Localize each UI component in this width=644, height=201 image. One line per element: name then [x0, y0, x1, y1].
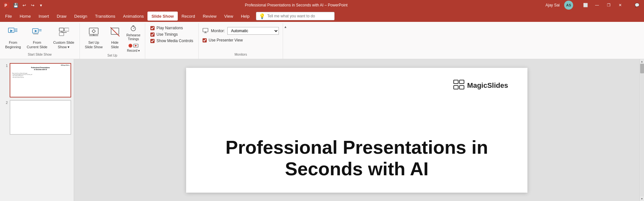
scroll-down-arrow[interactable]: ▼ [640, 196, 644, 201]
slide-canvas: MagicSlides Professional Presentations i… [186, 68, 527, 193]
from-current-icon [32, 27, 42, 39]
svg-rect-33 [203, 28, 208, 32]
ribbon-collapse[interactable]: ▲ [283, 23, 289, 59]
menu-home[interactable]: Home [16, 12, 35, 21]
menu-transitions[interactable]: Transitions [91, 12, 119, 21]
setup-slideshow-button[interactable]: Set UpSlide Show [82, 24, 105, 51]
magic-slides-icon [453, 79, 465, 92]
use-timings-label: Use Timings [156, 32, 178, 37]
menu-draw[interactable]: Draw [53, 12, 70, 21]
title-right: Ajay Sai AS ⬜ — ❐ ✕ 💬 [544, 1, 641, 10]
svg-rect-14 [59, 32, 64, 36]
monitor-label: Monitor: [211, 29, 225, 33]
from-beginning-button[interactable]: FromBeginning [3, 24, 24, 51]
show-media-controls-checkbox[interactable]: Show Media Controls [150, 39, 193, 43]
menu-file[interactable]: File [1, 12, 16, 21]
quick-access-toolbar: 💾 ↩ ↪ ▾ [12, 2, 44, 9]
checkboxes-group: Play Narrations Use Timings Show Media C… [145, 23, 199, 59]
restore-btn[interactable]: ⬜ [581, 1, 590, 10]
customize-btn[interactable]: ▾ [37, 2, 44, 9]
setup-slideshow-label: Set UpSlide Show [85, 41, 103, 49]
monitors-group: Monitor: Automatic Use Presenter View Mo… [199, 23, 283, 59]
user-name: Ajay Sai [545, 3, 560, 7]
rehearse-timings-label: RehearseTimings [127, 33, 140, 41]
svg-rect-9 [33, 34, 38, 34]
menu-review[interactable]: Review [199, 12, 221, 21]
slide-thumb-2[interactable]: 2 [0, 99, 74, 136]
svg-line-29 [133, 28, 135, 29]
monitor-row: Monitor: Automatic [203, 27, 279, 35]
start-slideshow-group-label: Start Slide Show [28, 53, 52, 58]
presenter-view-checkbox[interactable]: Use Presenter View [203, 38, 279, 42]
svg-marker-3 [10, 30, 13, 32]
menu-bar: File Home Insert Draw Design Transitions… [0, 10, 644, 22]
avatar[interactable]: AS [564, 1, 573, 10]
redo-btn[interactable]: ↪ [29, 2, 36, 9]
menu-design[interactable]: Design [71, 12, 91, 21]
rehearse-timings-button[interactable]: RehearseTimings [125, 24, 142, 42]
thumb-logo: ⊞ MagicSlides [61, 64, 70, 66]
monitor-icon [203, 28, 208, 34]
hide-slide-icon [110, 27, 120, 39]
slides-panel: 1 ⊞ MagicSlides Professional Presentatio… [0, 59, 74, 201]
window-title: Professional Presentations in Seconds wi… [48, 3, 544, 7]
menu-record[interactable]: Record [178, 12, 199, 21]
show-media-controls-label: Show Media Controls [156, 39, 193, 43]
maximize-btn[interactable]: ❐ [604, 1, 613, 10]
slide-preview-2 [10, 100, 71, 134]
svg-rect-37 [454, 80, 458, 84]
tell-me-input[interactable] [267, 14, 332, 18]
tell-me-bar[interactable]: 💡 [256, 12, 335, 20]
menu-help[interactable]: Help [237, 12, 253, 21]
svg-rect-17 [89, 28, 98, 34]
svg-point-20 [92, 30, 95, 32]
hide-slide-label: HideSlide [111, 41, 118, 49]
custom-slideshow-button[interactable]: Custom SlideShow ▾ [51, 24, 77, 51]
setup-buttons: Set UpSlide Show HideSlide [82, 24, 142, 54]
close-btn[interactable]: ✕ [616, 1, 625, 10]
play-narrations-checkbox[interactable]: Play Narrations [150, 26, 193, 30]
start-slideshow-group: FromBeginning FromCurrent Slide [0, 23, 80, 59]
slide-thumb-1[interactable]: 1 ⊞ MagicSlides Professional Presentatio… [0, 62, 74, 99]
monitor-select[interactable]: Automatic [227, 27, 279, 35]
menu-insert[interactable]: Insert [35, 12, 53, 21]
canvas-area: MagicSlides Professional Presentations i… [74, 59, 639, 201]
title-bar: P 💾 ↩ ↪ ▾ Professional Presentations in … [0, 0, 644, 10]
use-timings-checkbox[interactable]: Use Timings [150, 32, 193, 37]
slide-number-1: 1 [3, 64, 8, 68]
setup-group: Set UpSlide Show HideSlide [80, 23, 145, 59]
svg-marker-32 [135, 45, 137, 47]
record-button[interactable]: Record ▾ [125, 43, 142, 54]
rehearse-record-stack: RehearseTimings Record ▾ [125, 24, 142, 54]
thumb-bullets-1: Never start from a blank slide again • C… [12, 73, 69, 78]
menu-view[interactable]: View [220, 12, 237, 21]
setup-group-label: Set Up [107, 54, 117, 59]
save-btn[interactable]: 💾 [12, 2, 19, 9]
minimize-btn[interactable]: — [592, 1, 601, 10]
svg-rect-13 [64, 28, 69, 31]
menu-slideshow[interactable]: Slide Show [147, 12, 177, 21]
undo-btn[interactable]: ↩ [21, 2, 28, 9]
lightbulb-icon: 💡 [259, 13, 265, 19]
record-label: Record ▾ [127, 49, 140, 53]
record-icon [128, 44, 138, 48]
svg-rect-39 [454, 86, 458, 89]
scroll-up-arrow[interactable]: ▲ [640, 59, 644, 64]
main-content: 1 ⊞ MagicSlides Professional Presentatio… [0, 59, 644, 201]
presenter-view-label: Use Presenter View [209, 38, 243, 42]
thumb-title-1: Professional Presentationsin Seconds wit… [12, 67, 69, 71]
scroll-track[interactable] [640, 64, 644, 196]
app-icon: P [3, 1, 10, 9]
menu-animations[interactable]: Animations [119, 12, 147, 21]
comments-btn[interactable]: 💬 [632, 1, 641, 10]
slide-preview-1: ⊞ MagicSlides Professional Presentations… [10, 63, 71, 97]
title-left: P 💾 ↩ ↪ ▾ [3, 1, 48, 9]
svg-rect-12 [59, 28, 64, 31]
from-current-slide-button[interactable]: FromCurrent Slide [24, 24, 50, 51]
setup-slideshow-icon [89, 27, 99, 39]
magic-slides-label: MagicSlides [467, 81, 508, 90]
scroll-thumb[interactable] [640, 64, 644, 73]
monitors-group-label: Monitors [203, 53, 279, 58]
from-beginning-label: FromBeginning [5, 41, 21, 49]
hide-slide-button[interactable]: HideSlide [106, 24, 124, 51]
